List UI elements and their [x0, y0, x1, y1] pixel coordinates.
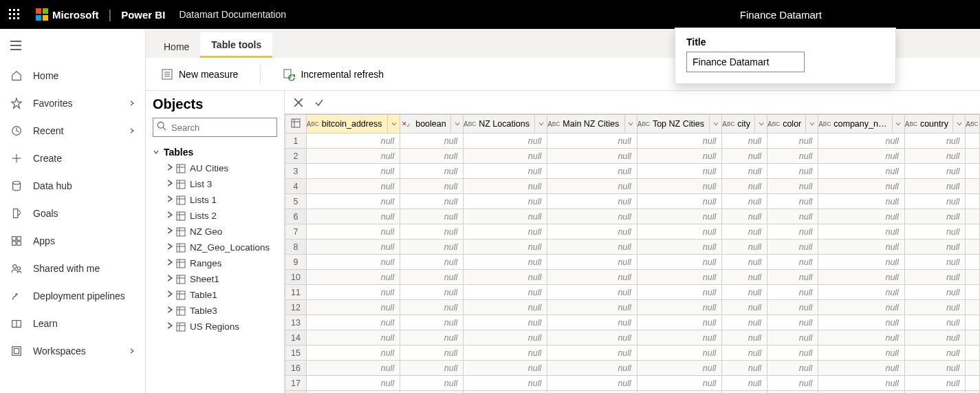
- table-item[interactable]: NZ_Geo_Locations: [153, 240, 277, 255]
- grid-cell[interactable]: null: [306, 134, 400, 149]
- grid-cell[interactable]: [966, 255, 980, 270]
- grid-cell[interactable]: null: [904, 255, 965, 270]
- column-header[interactable]: ABCcompany_n…: [818, 115, 905, 134]
- grid-cell[interactable]: [966, 376, 980, 391]
- grid-cell[interactable]: null: [306, 330, 400, 346]
- grid-cell[interactable]: null: [818, 330, 905, 346]
- grid-cell[interactable]: null: [818, 179, 905, 194]
- grid-cell[interactable]: null: [547, 346, 638, 361]
- grid-cell[interactable]: null: [400, 164, 464, 179]
- grid-cell[interactable]: null: [637, 164, 721, 179]
- grid-cell[interactable]: null: [767, 164, 818, 179]
- grid-cell[interactable]: null: [464, 285, 547, 300]
- grid-cell[interactable]: null: [722, 300, 767, 315]
- grid-cell[interactable]: null: [767, 361, 818, 376]
- grid-cell[interactable]: null: [767, 346, 818, 361]
- grid-cell[interactable]: null: [904, 300, 965, 315]
- grid-cell[interactable]: null: [306, 164, 400, 179]
- grid-cell[interactable]: null: [637, 270, 721, 285]
- grid-cell[interactable]: null: [904, 149, 965, 164]
- row-header[interactable]: 3: [285, 164, 307, 179]
- grid-cell[interactable]: null: [767, 224, 818, 240]
- row-header[interactable]: 16: [285, 361, 307, 376]
- grid-cell[interactable]: null: [637, 179, 721, 194]
- grid-cell[interactable]: null: [722, 376, 767, 391]
- grid-cell[interactable]: null: [306, 194, 400, 209]
- grid-cell[interactable]: null: [904, 376, 965, 391]
- grid-cell[interactable]: null: [767, 194, 818, 209]
- row-header[interactable]: 1: [285, 134, 307, 149]
- tab-home[interactable]: Home: [153, 34, 200, 58]
- grid-cell[interactable]: null: [767, 209, 818, 224]
- grid-cell[interactable]: null: [400, 346, 464, 361]
- grid-cell[interactable]: null: [400, 255, 464, 270]
- grid-cell[interactable]: null: [400, 330, 464, 346]
- grid-cell[interactable]: null: [904, 224, 965, 240]
- grid-cell[interactable]: null: [400, 270, 464, 285]
- grid-cell[interactable]: null: [818, 224, 905, 240]
- grid-cell[interactable]: null: [547, 391, 638, 394]
- grid-cell[interactable]: null: [767, 255, 818, 270]
- nav-item-home[interactable]: Home: [0, 62, 145, 89]
- grid-cell[interactable]: null: [767, 179, 818, 194]
- grid-cell[interactable]: null: [306, 361, 400, 376]
- grid-cell[interactable]: null: [400, 361, 464, 376]
- grid-cell[interactable]: null: [400, 391, 464, 394]
- column-filter-dropdown[interactable]: [534, 115, 547, 133]
- grid-cell[interactable]: [966, 179, 980, 194]
- grid-cell[interactable]: null: [818, 209, 905, 224]
- tab-table-tools[interactable]: Table tools: [200, 32, 272, 58]
- grid-cell[interactable]: null: [722, 285, 767, 300]
- row-header[interactable]: 15: [285, 346, 307, 361]
- column-header[interactable]: ABCcity: [722, 115, 767, 134]
- grid-cell[interactable]: null: [547, 194, 638, 209]
- grid-cell[interactable]: [966, 270, 980, 285]
- app-launcher-icon[interactable]: [0, 0, 29, 29]
- grid-cell[interactable]: null: [306, 149, 400, 164]
- grid-cell[interactable]: null: [306, 300, 400, 315]
- grid-cell[interactable]: null: [464, 270, 547, 285]
- grid-cell[interactable]: null: [464, 330, 547, 346]
- grid-cell[interactable]: null: [722, 315, 767, 330]
- column-header-extra[interactable]: ABC: [966, 115, 980, 134]
- nav-item-create[interactable]: Create: [0, 145, 145, 172]
- grid-cell[interactable]: null: [722, 361, 767, 376]
- grid-cell[interactable]: null: [637, 255, 721, 270]
- grid-cell[interactable]: null: [400, 315, 464, 330]
- grid-cell[interactable]: null: [547, 330, 638, 346]
- table-item[interactable]: Lists 1: [153, 192, 277, 208]
- grid-cell[interactable]: null: [464, 300, 547, 315]
- column-filter-dropdown[interactable]: [624, 115, 637, 133]
- row-header[interactable]: 11: [285, 285, 307, 300]
- grid-cell[interactable]: null: [547, 224, 638, 240]
- grid-cell[interactable]: null: [637, 194, 721, 209]
- table-item[interactable]: AU Cities: [153, 160, 277, 176]
- grid-cell[interactable]: null: [464, 376, 547, 391]
- grid-cell[interactable]: null: [904, 285, 965, 300]
- datamart-title[interactable]: Finance Datamart: [740, 9, 822, 21]
- grid-cell[interactable]: null: [637, 376, 721, 391]
- table-item[interactable]: Lists 2: [153, 208, 277, 224]
- grid-cell[interactable]: [966, 209, 980, 224]
- grid-cell[interactable]: null: [464, 240, 547, 255]
- breadcrumb[interactable]: Datamart Documentation: [179, 9, 286, 20]
- grid-cell[interactable]: [966, 315, 980, 330]
- grid-cell[interactable]: null: [904, 315, 965, 330]
- grid-cell[interactable]: [966, 391, 980, 394]
- column-filter-dropdown[interactable]: [450, 115, 463, 133]
- column-filter-dropdown[interactable]: [387, 115, 400, 133]
- grid-cell[interactable]: null: [464, 164, 547, 179]
- grid-cell[interactable]: null: [306, 209, 400, 224]
- grid-cell[interactable]: null: [904, 209, 965, 224]
- grid-cell[interactable]: null: [818, 285, 905, 300]
- grid-cell[interactable]: null: [464, 149, 547, 164]
- grid-cell[interactable]: null: [547, 209, 638, 224]
- column-filter-dropdown[interactable]: [805, 115, 818, 133]
- grid-cell[interactable]: [966, 346, 980, 361]
- grid-cell[interactable]: null: [722, 255, 767, 270]
- grid-cell[interactable]: null: [818, 164, 905, 179]
- grid-cell[interactable]: null: [306, 346, 400, 361]
- hamburger-icon[interactable]: [0, 29, 145, 62]
- grid-cell[interactable]: null: [400, 134, 464, 149]
- grid-cell[interactable]: null: [637, 149, 721, 164]
